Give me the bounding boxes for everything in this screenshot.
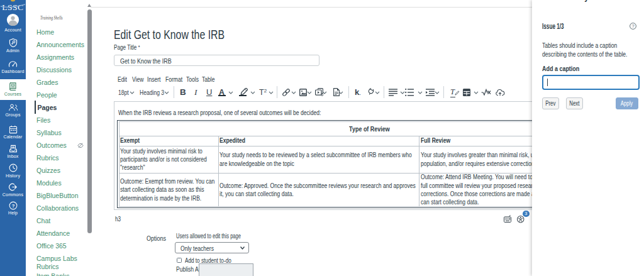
svg-text:?: ? [631,23,634,29]
svg-text:?: ? [11,203,14,209]
